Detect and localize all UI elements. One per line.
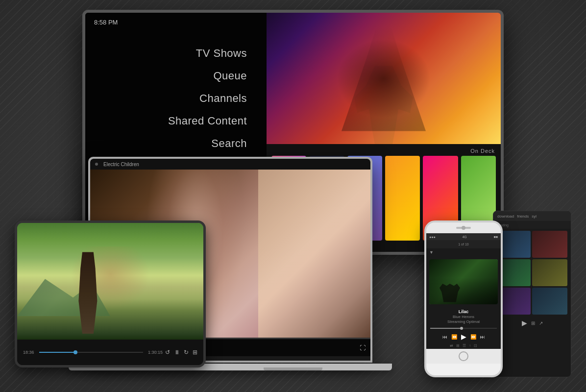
phone-home-button[interactable] [426, 349, 501, 364]
phone-chevron-icon[interactable]: ▼ [429, 250, 434, 255]
dark-panel-bottom-controls: ▶ ⊞ ↗ [495, 316, 569, 330]
dark-panel-share-icon[interactable]: ↗ [539, 320, 543, 326]
tablet-controls-bar: 18:36 1:30:15 ↺ ⏸ ↻ ⊞ [17, 340, 203, 365]
phone-album-art [429, 259, 498, 305]
phone-play-icon[interactable]: ▶ [461, 333, 466, 341]
tablet-time-start: 18:36 [23, 350, 34, 355]
dark-panel-row-3 [495, 288, 569, 315]
phone-extra-controls: ⇄ ⊞ ☰ ↑ ⊡ [426, 343, 501, 349]
tv-menu-search[interactable]: Search [85, 132, 267, 155]
phone-playback-controls: ⏮ ⏪ ▶ ⏩ ⏭ [426, 331, 501, 343]
dark-panel-content: ▶ ⊞ ↗ [493, 229, 571, 332]
thumbnail-4[interactable] [385, 156, 420, 241]
phone-count: 1 of 10 [458, 243, 468, 246]
phone-cast-icon[interactable]: ⊡ [474, 343, 477, 348]
dark-thumb-2[interactable] [532, 231, 567, 258]
tablet-rewind-icon[interactable]: ↺ [165, 349, 170, 356]
tablet-progress-bar[interactable] [39, 352, 143, 353]
tablet-progress-dot [73, 350, 77, 354]
dark-panel-tabs: download friends syl [497, 214, 537, 219]
tv-menu-queue[interactable]: Queue [85, 65, 267, 87]
phone-rewind-icon[interactable]: ⏪ [451, 334, 457, 340]
laptop-movie-title: Electric Children [103, 162, 139, 167]
tv-menu-shared-content[interactable]: Shared Content [85, 110, 267, 132]
dark-panel-row-1 [495, 231, 569, 258]
phone-content: 1 of 10 ▼ Lilac Blue Herons Streaming Op… [426, 240, 501, 349]
phone-track-info: Lilac Blue Herons Streaming Optimal [426, 307, 501, 326]
dark-tab-friends[interactable]: friends [517, 214, 529, 219]
phone-forward-icon[interactable]: ⏩ [470, 334, 476, 340]
phone-grid-icon[interactable]: ⊞ [456, 343, 460, 348]
dark-thumb-6[interactable] [532, 288, 567, 315]
phone-next-icon[interactable]: ⏭ [480, 334, 485, 340]
phone-progress-bar[interactable] [430, 328, 497, 329]
laptop-notch [264, 368, 322, 370]
phone-list-icon[interactable]: ☰ [463, 343, 466, 348]
phone-battery: ■■ [494, 235, 498, 239]
laptop-fullscreen-icon[interactable]: ⛶ [360, 344, 366, 351]
tablet-ctrl-icons: ↺ ⏸ ↻ ⊞ [165, 349, 197, 356]
dark-panel-play-icon[interactable]: ▶ [522, 319, 527, 327]
phone-status-bar: ●●● 4G ■■ [426, 233, 501, 240]
tablet-time-end: 1:30:15 [148, 350, 163, 355]
phone-network: 4G [462, 235, 466, 239]
phone-track-sub: Streaming Optimal [430, 319, 497, 324]
phone-progress-fill [430, 328, 460, 329]
phone-screen: ●●● 4G ■■ 1 of 10 ▼ Lilac Blue Herons St… [424, 220, 503, 377]
phone-carrier: ●●● [429, 235, 436, 239]
phone-progress-dot [460, 327, 463, 330]
phone-home-circle [459, 351, 468, 361]
dark-panel-row-2 [495, 259, 569, 286]
on-deck-label: On Deck [470, 148, 495, 154]
phone-camera [462, 226, 465, 230]
tablet-video [17, 223, 203, 340]
phone-track-title: Lilac [430, 309, 497, 314]
phone-share-icon[interactable]: ↑ [469, 343, 471, 348]
phone-shuffle-icon[interactable]: ⇄ [450, 343, 453, 348]
dark-tab-download[interactable]: download [497, 214, 514, 219]
dark-thumb-4[interactable] [532, 259, 567, 286]
tablet-progress-fill [39, 352, 75, 353]
tv-menu-tvshows[interactable]: TV Shows [85, 42, 267, 65]
phone-header: 1 of 10 [426, 240, 501, 248]
tablet-pause-icon[interactable]: ⏸ [174, 349, 180, 356]
phone-prev-icon[interactable]: ⏮ [442, 334, 447, 340]
laptop-top-bar: Electric Children [90, 159, 370, 170]
phone-top-bar [426, 222, 501, 233]
dark-panel: download friends syl pending ▶ ⊞ ↗ [493, 211, 571, 377]
laptop-camera [95, 163, 98, 166]
tv-time: 8:58 PM [94, 19, 118, 26]
tv-hero-image [267, 13, 501, 144]
tv-menu-channels[interactable]: Channels [85, 87, 267, 110]
tablet-forward-icon[interactable]: ↻ [184, 349, 189, 356]
phone-track-artist: Blue Herons [430, 315, 497, 319]
dark-panel-header: download friends syl [493, 211, 571, 221]
tablet-airplay-icon[interactable]: ⊞ [193, 349, 197, 356]
dark-panel-options-icon[interactable]: ⊞ [531, 320, 535, 326]
tablet-screen: 18:36 1:30:15 ↺ ⏸ ↻ ⊞ [15, 220, 206, 368]
dark-tab-sync[interactable]: syl [532, 214, 537, 219]
